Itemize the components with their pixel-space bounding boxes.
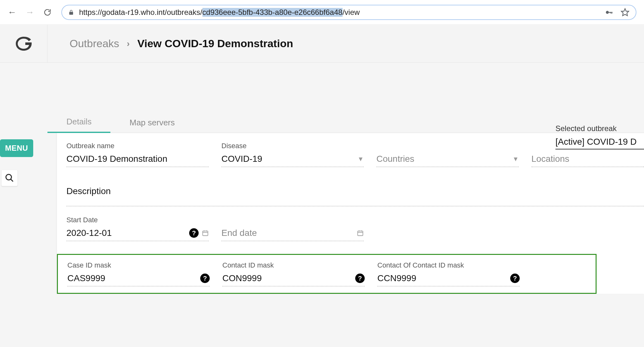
help-icon[interactable]: ? (510, 274, 520, 283)
outbreak-name-field[interactable]: Outbreak name COVID-19 Demonstration (66, 142, 209, 167)
svg-rect-3 (610, 12, 610, 13)
field-label (221, 216, 364, 224)
menu-button[interactable]: MENU (0, 139, 33, 157)
app-header: Outbreaks › View COVID-19 Demonstration (0, 25, 644, 63)
selected-outbreak-value: [Active] COVID-19 D (555, 136, 644, 149)
chevron-down-icon: ▼ (357, 155, 364, 163)
lock-icon (68, 9, 74, 16)
field-value: COVID-19 Demonstration (66, 154, 167, 164)
breadcrumb-current: View COVID-19 Demonstration (137, 37, 293, 50)
chevron-down-icon: ▼ (512, 155, 519, 163)
field-label: Case ID mask (67, 261, 210, 269)
field-placeholder: Countries (376, 154, 414, 164)
url-part-prefix: https://godata-r19.who.int/outbreaks/ (79, 8, 202, 17)
tab-map-servers[interactable]: Map servers (110, 118, 194, 133)
svg-rect-7 (203, 231, 208, 236)
svg-line-6 (11, 179, 13, 182)
tabs: Details Map servers (47, 113, 644, 133)
browser-forward-button[interactable]: → (25, 8, 34, 17)
description-field[interactable]: Description (66, 186, 644, 206)
browser-nav-buttons: ← → (8, 8, 52, 17)
field-label: Outbreak name (66, 142, 209, 150)
svg-rect-11 (358, 231, 363, 236)
browser-reload-button[interactable] (43, 8, 52, 17)
field-placeholder: Locations (531, 154, 569, 164)
selected-outbreak-label: Selected outbreak (555, 124, 644, 133)
field-label: Contact Of Contact ID mask (377, 261, 520, 269)
end-date-field[interactable]: End date (221, 216, 364, 241)
calendar-icon[interactable] (357, 230, 364, 237)
page-body: MENU Selected outbreak [Active] COVID-19… (0, 113, 644, 347)
case-id-mask-field[interactable]: Case ID mask CAS9999 ? (67, 261, 210, 287)
field-label: Description (66, 186, 644, 196)
contact-of-contact-id-mask-field[interactable]: Contact Of Contact ID mask CCN9999 ? (377, 261, 520, 287)
browser-back-button[interactable]: ← (8, 8, 16, 17)
disease-field[interactable]: Disease COVID-19▼ (221, 142, 364, 167)
svg-point-0 (606, 11, 609, 14)
contact-id-mask-field[interactable]: Contact ID mask CON9999 ? (222, 261, 365, 287)
browser-chrome: ← → https://godata-r19.who.int/outbreaks… (0, 0, 644, 25)
field-value: CCN9999 (377, 273, 416, 283)
field-placeholder: End date (221, 228, 257, 238)
key-icon[interactable] (605, 8, 614, 17)
chevron-right-icon: › (127, 39, 130, 49)
countries-field[interactable]: Countries▼ (376, 142, 519, 167)
details-card: Outbreak name COVID-19 Demonstration Dis… (57, 133, 644, 294)
field-label: Disease (221, 142, 364, 150)
field-label: Start Date (66, 216, 209, 224)
help-icon[interactable]: ? (189, 228, 199, 238)
field-value: COVID-19 (221, 154, 262, 164)
tab-details[interactable]: Details (47, 117, 110, 133)
breadcrumb: Outbreaks › View COVID-19 Demonstration (47, 37, 293, 50)
svg-marker-4 (621, 9, 629, 16)
start-date-field[interactable]: Start Date 2020-12-01 ? (66, 216, 209, 241)
selected-outbreak-field[interactable]: Selected outbreak [Active] COVID-19 D (555, 124, 644, 149)
field-label (376, 142, 519, 150)
field-value: 2020-12-01 (66, 228, 112, 238)
url-part-suffix: /view (343, 8, 360, 17)
calendar-icon[interactable] (202, 230, 209, 237)
url-part-selected: cd936eee-5bfb-433b-a80e-e26c66bf6a48 (202, 8, 343, 17)
help-icon[interactable]: ? (355, 274, 365, 283)
help-icon[interactable]: ? (200, 274, 210, 283)
svg-point-5 (6, 174, 12, 180)
star-icon[interactable] (621, 8, 629, 17)
app-logo[interactable] (0, 25, 47, 62)
search-button[interactable] (1, 170, 18, 186)
field-label: Contact ID mask (222, 261, 365, 269)
address-bar[interactable]: https://godata-r19.who.int/outbreaks/cd9… (61, 5, 636, 20)
field-value: CON9999 (222, 273, 262, 283)
field-value: CAS9999 (67, 273, 105, 283)
id-masks-highlight: Case ID mask CAS9999 ? Contact ID mask C… (57, 254, 597, 294)
breadcrumb-root[interactable]: Outbreaks (70, 37, 119, 50)
svg-rect-2 (611, 12, 612, 14)
